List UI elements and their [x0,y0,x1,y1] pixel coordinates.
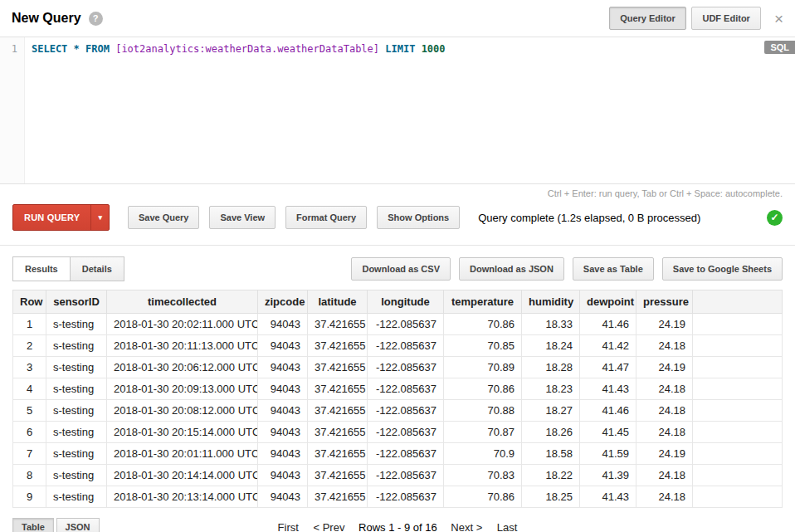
table-cell: 1 [13,314,46,335]
table-cell: 41.45 [580,422,636,443]
pagination-next-link[interactable]: Next > [451,521,482,532]
table-cell [693,378,783,400]
table-cell: 37.421655 [308,422,368,443]
query-editor: 1 SELECT * FROM [iot2analytics:weatherDa… [0,37,795,184]
table-cell [693,314,783,335]
save-to-sheets-button[interactable]: Save to Google Sheets [662,257,783,281]
table-cell: 24.18 [636,422,693,443]
table-cell: 2018-01-30 20:06:12.000 UTC [107,357,258,378]
top-bar: New Query ? Query Editor UDF Editor × [0,0,795,37]
top-actions: Query Editor UDF Editor × [609,7,783,30]
save-view-button[interactable]: Save View [209,206,276,229]
result-tabs: Results Details [12,256,124,281]
table-cell [693,465,783,486]
table-cell: 2018-01-30 20:01:11.000 UTC [107,443,258,465]
table-cell: 41.43 [580,486,636,508]
download-csv-button[interactable]: Download as CSV [351,257,451,281]
table-cell: 7 [13,443,46,465]
sql-token-star: * [74,43,85,55]
table-cell: 6 [13,422,46,443]
table-cell: -122.085637 [368,314,444,335]
table-cell: 24.19 [636,443,693,465]
table-cell: 2018-01-30 20:02:11.000 UTC [107,314,258,335]
sql-token-keyword: FROM [85,43,115,55]
table-cell: 70.89 [444,357,522,378]
table-cell: s-testing [46,357,107,378]
table-cell: 18.33 [522,314,580,335]
table-cell [693,400,783,422]
tab-results[interactable]: Results [12,256,71,281]
table-cell: s-testing [46,335,107,357]
show-options-button[interactable]: Show Options [377,206,460,229]
table-cell: 41.39 [580,465,636,486]
close-icon[interactable]: × [774,11,783,27]
tab-query-editor[interactable]: Query Editor [609,7,686,30]
column-header-blank [693,290,783,314]
table-cell: s-testing [46,378,107,400]
pagination-first-link[interactable]: First [278,521,299,532]
table-cell: 70.87 [444,422,522,443]
tab-udf-editor[interactable]: UDF Editor [691,7,760,30]
table-cell: 70.9 [444,443,522,465]
sql-token-keyword: SELECT [32,43,74,55]
table-cell: 4 [13,378,46,400]
table-cell: 70.86 [444,314,522,335]
table-cell: 24.18 [636,400,693,422]
table-cell: 94043 [258,443,308,465]
help-icon[interactable]: ? [89,12,103,26]
table-cell: 37.421655 [308,357,368,378]
run-query-button[interactable]: RUN QUERY ▾ [12,204,110,231]
column-header-longitude: longitude [368,290,444,314]
table-cell: 37.421655 [308,335,368,357]
table-row: 1s-testing2018-01-30 20:02:11.000 UTC940… [13,314,783,335]
table-cell: -122.085637 [368,400,444,422]
table-cell: 18.26 [522,422,580,443]
table-cell [693,357,783,378]
table-cell: 2 [13,335,46,357]
table-cell: -122.085637 [368,486,444,508]
save-query-button[interactable]: Save Query [128,206,200,229]
table-cell: 24.19 [636,314,693,335]
table-cell: 2018-01-30 20:08:12.000 UTC [107,400,258,422]
table-cell: 2018-01-30 20:14:14.000 UTC [107,465,258,486]
table-cell: -122.085637 [368,357,444,378]
run-query-dropdown[interactable]: ▾ [90,205,109,230]
table-cell: 18.22 [522,465,580,486]
download-json-button[interactable]: Download as JSON [459,257,564,281]
table-cell: s-testing [46,465,107,486]
table-view-toggle[interactable]: Table [12,518,54,532]
table-cell: 18.25 [522,486,580,508]
format-query-button[interactable]: Format Query [285,206,367,229]
table-cell: 37.421655 [308,378,368,400]
table-cell: -122.085637 [368,422,444,443]
result-actions: Download as CSV Download as JSON Save as… [351,257,783,281]
table-cell: 41.42 [580,335,636,357]
table-cell: 24.18 [636,465,693,486]
table-row: 6s-testing2018-01-30 20:15:14.000 UTC940… [13,422,783,443]
table-cell: 5 [13,400,46,422]
table-cell: 70.86 [444,486,522,508]
tab-details[interactable]: Details [71,256,124,281]
editor-hint: Ctrl + Enter: run query, Tab or Ctrl + S… [0,184,795,204]
save-as-table-button[interactable]: Save as Table [573,257,654,281]
results-footer: Table JSON First < Prev Rows 1 - 9 of 16… [0,518,795,532]
table-cell: 37.421655 [308,400,368,422]
table-cell: 37.421655 [308,486,368,508]
json-view-toggle[interactable]: JSON [56,518,100,532]
table-cell: 41.47 [580,357,636,378]
table-cell: 94043 [258,422,308,443]
table-row: 4s-testing2018-01-30 20:09:13.000 UTC940… [13,378,783,400]
pagination-prev-link[interactable]: < Prev [313,521,344,532]
query-editor-input[interactable]: SELECT * FROM [iot2analytics:weatherData… [25,37,795,183]
column-header-zipcode: zipcode [258,290,308,314]
run-query-label: RUN QUERY [13,205,90,230]
table-cell: 37.421655 [308,465,368,486]
column-header-row: Row [13,290,46,314]
editor-mode-tabs: Query Editor UDF Editor [609,7,761,30]
table-row: 9s-testing2018-01-30 20:13:14.000 UTC940… [13,486,783,508]
table-cell: 94043 [258,378,308,400]
column-header-sensorid: sensorID [46,290,107,314]
table-cell: 70.88 [444,400,522,422]
table-cell [693,422,783,443]
pagination-last-link[interactable]: Last [497,521,518,532]
